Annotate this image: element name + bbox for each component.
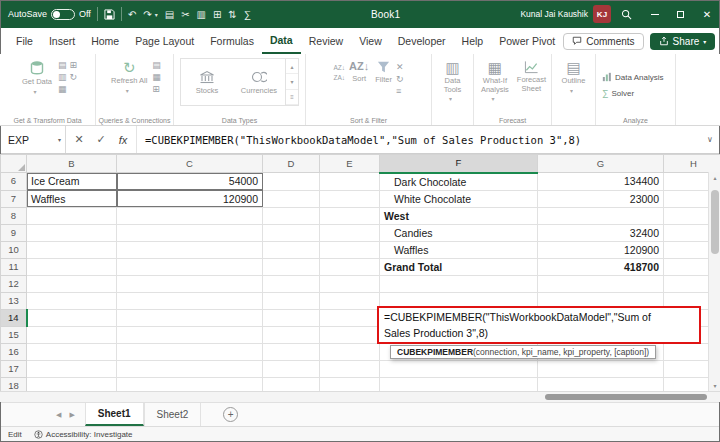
cell-D10[interactable] bbox=[263, 241, 320, 258]
cell-G18[interactable] bbox=[538, 377, 664, 391]
cell-B18[interactable] bbox=[27, 377, 117, 391]
sort-button[interactable]: AZ↓ Sort bbox=[347, 58, 371, 85]
add-sheet-button[interactable]: + bbox=[223, 407, 238, 422]
column-header-H[interactable]: H bbox=[664, 155, 720, 173]
cell-B16[interactable] bbox=[27, 343, 117, 360]
cell-E18[interactable] bbox=[320, 377, 380, 391]
cell-E15[interactable] bbox=[320, 326, 380, 343]
row-header-13[interactable]: 13 bbox=[1, 292, 27, 309]
tab-data[interactable]: Data bbox=[262, 28, 301, 54]
cell-B7[interactable]: Waffles bbox=[27, 190, 117, 207]
autosave-control[interactable]: AutoSave Off bbox=[8, 9, 91, 20]
cell-G6[interactable]: 134400 bbox=[538, 173, 664, 191]
cell-E7[interactable] bbox=[320, 190, 380, 207]
horizontal-scrollbar-thumb[interactable] bbox=[545, 394, 707, 400]
cell-E13[interactable] bbox=[320, 292, 380, 309]
row-header-12[interactable]: 12 bbox=[1, 275, 27, 292]
tab-review[interactable]: Review bbox=[301, 28, 351, 54]
workbook-title[interactable]: Book1 bbox=[371, 9, 400, 20]
cell-B12[interactable] bbox=[27, 275, 117, 292]
cell-B9[interactable] bbox=[27, 224, 117, 241]
cell-D15[interactable] bbox=[263, 326, 320, 343]
formula-bar-expand-icon[interactable]: ∨ bbox=[700, 126, 720, 153]
sheet-tab-sheet1[interactable]: Sheet1 bbox=[85, 403, 144, 426]
queries-connections-icon[interactable]: ▤ bbox=[152, 60, 161, 70]
existing-connections-icon[interactable]: ▦ bbox=[58, 84, 67, 94]
cell-F18[interactable] bbox=[380, 377, 538, 391]
stocks-button[interactable]: Stocks bbox=[181, 59, 233, 105]
advanced-filter-icon[interactable]: ≡ bbox=[396, 86, 404, 96]
cell-C14[interactable] bbox=[117, 309, 263, 326]
vertical-scrollbar-thumb[interactable] bbox=[711, 190, 719, 254]
cell-F9[interactable]: Candies bbox=[380, 224, 538, 241]
insert-function-button[interactable]: fx bbox=[112, 134, 134, 146]
cell-C8[interactable] bbox=[117, 207, 263, 224]
cell-D6[interactable] bbox=[263, 173, 320, 191]
cell-B8[interactable] bbox=[27, 207, 117, 224]
row-header-11[interactable]: 11 bbox=[1, 258, 27, 275]
cut-icon[interactable]: ✂ bbox=[181, 9, 189, 20]
cell-E17[interactable] bbox=[320, 360, 380, 377]
tab-file[interactable]: File bbox=[8, 28, 41, 54]
row-header-18[interactable]: 18 bbox=[1, 377, 27, 391]
currencies-button[interactable]: Currencies bbox=[233, 59, 285, 105]
cell-C18[interactable] bbox=[117, 377, 263, 391]
column-header-G[interactable]: G bbox=[538, 155, 664, 173]
tab-formulas[interactable]: Formulas bbox=[202, 28, 262, 54]
cell-F17[interactable] bbox=[380, 360, 538, 377]
cell-F6[interactable]: Dark Chocolate bbox=[380, 173, 538, 191]
solver-button[interactable]: ∑ Solver bbox=[599, 86, 637, 100]
column-header-C[interactable]: C bbox=[117, 155, 263, 173]
redo-icon[interactable]: ↷ bbox=[143, 9, 151, 20]
cell-B10[interactable] bbox=[27, 241, 117, 258]
column-header-D[interactable]: D bbox=[263, 155, 320, 173]
row-header-17[interactable]: 17 bbox=[1, 360, 27, 377]
cell-E12[interactable] bbox=[320, 275, 380, 292]
redo-dropdown-icon[interactable]: ▾ bbox=[155, 11, 158, 18]
cell-C17[interactable] bbox=[117, 360, 263, 377]
cell-B11[interactable] bbox=[27, 258, 117, 275]
cell-C7[interactable]: 120900 bbox=[117, 190, 263, 207]
cell-G8[interactable] bbox=[538, 207, 664, 224]
tab-view[interactable]: View bbox=[351, 28, 390, 54]
column-header-B[interactable]: B bbox=[27, 155, 117, 173]
from-text-csv-icon[interactable]: ▤ bbox=[58, 60, 67, 70]
tab-help[interactable]: Help bbox=[454, 28, 492, 54]
enter-button[interactable]: ✓ bbox=[90, 133, 112, 146]
comments-button[interactable]: Comments bbox=[563, 33, 643, 50]
table-icon[interactable]: ⊞ bbox=[213, 9, 221, 20]
cell-D9[interactable] bbox=[263, 224, 320, 241]
autosave-toggle[interactable] bbox=[51, 9, 75, 20]
properties-icon[interactable]: ▦ bbox=[152, 72, 161, 82]
sheet-tab-sheet2[interactable]: Sheet2 bbox=[144, 403, 202, 426]
active-cell-editor[interactable]: =CUBEKPIMEMBER("ThisWorkbookDataModel","… bbox=[377, 306, 701, 344]
tab-power-pivot[interactable]: Power Pivot bbox=[491, 28, 563, 54]
formula-input[interactable]: =CUBEKPIMEMBER("ThisWorkbookDataModel","… bbox=[137, 126, 700, 153]
cell-B17[interactable] bbox=[27, 360, 117, 377]
accessibility-status[interactable]: Accessibility: Investigate bbox=[34, 430, 133, 439]
cell-E9[interactable] bbox=[320, 224, 380, 241]
save-icon[interactable] bbox=[104, 9, 115, 20]
row-header-15[interactable]: 15 bbox=[1, 326, 27, 343]
account-control[interactable]: Kunal Jai Kaushik KJ bbox=[520, 5, 611, 23]
horizontal-scrollbar[interactable] bbox=[0, 391, 720, 402]
data-analysis-button[interactable]: Data Analysis bbox=[599, 70, 666, 84]
row-header-8[interactable]: 8 bbox=[1, 207, 27, 224]
cell-G17[interactable] bbox=[538, 360, 664, 377]
cell-D13[interactable] bbox=[263, 292, 320, 309]
cancel-button[interactable]: ✕ bbox=[68, 133, 90, 146]
cell-G9[interactable]: 32400 bbox=[538, 224, 664, 241]
sort-ascending-icon[interactable]: AZ↓ bbox=[334, 64, 346, 72]
row-header-10[interactable]: 10 bbox=[1, 241, 27, 258]
cell-C9[interactable] bbox=[117, 224, 263, 241]
name-box-dropdown-icon[interactable]: ▾ bbox=[58, 136, 61, 143]
gallery-up-icon[interactable]: ▴ bbox=[286, 59, 298, 74]
cell-D18[interactable] bbox=[263, 377, 320, 391]
reapply-filter-icon[interactable]: ↻ bbox=[396, 74, 404, 84]
cell-G7[interactable]: 23000 bbox=[538, 190, 664, 207]
cell-B15[interactable] bbox=[27, 326, 117, 343]
cell-F7[interactable]: White Chocolate bbox=[380, 190, 538, 207]
copy-icon[interactable]: ▥ bbox=[197, 9, 206, 20]
avatar[interactable]: KJ bbox=[593, 5, 611, 23]
cell-E14[interactable] bbox=[320, 309, 380, 326]
